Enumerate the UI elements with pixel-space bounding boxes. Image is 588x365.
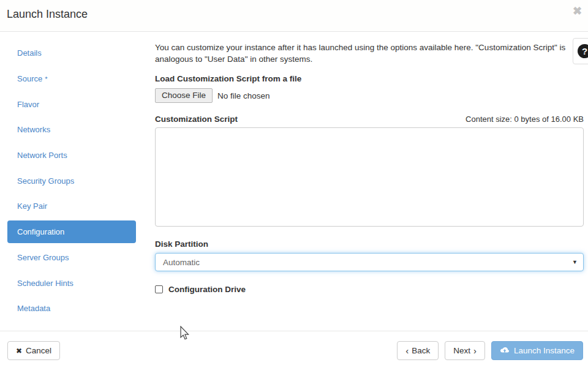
sidebar-item-scheduler-hints[interactable]: Scheduler Hints xyxy=(0,270,147,296)
file-status-text: No file chosen xyxy=(217,91,270,100)
selected-option: Automatic xyxy=(163,258,200,267)
help-text: You can customize your instance after it… xyxy=(155,42,569,65)
sidebar-item-configuration[interactable]: Configuration xyxy=(7,220,136,243)
sidebar-item-network-ports[interactable]: Network Ports xyxy=(0,143,147,168)
file-input-row: Choose File No file chosen xyxy=(155,88,584,103)
sidebar-item-metadata[interactable]: Metadata xyxy=(0,296,147,322)
sidebar-item-label: Security Groups xyxy=(17,176,74,186)
close-icon[interactable]: ✖ xyxy=(573,6,582,17)
load-script-label: Load Customization Script from a file xyxy=(155,74,584,83)
sidebar-item-label: Configuration xyxy=(17,227,64,236)
disk-partition-label: Disk Partition xyxy=(155,239,584,249)
next-label: Next xyxy=(453,346,470,355)
config-drive-row: Configuration Drive xyxy=(155,285,584,294)
launch-instance-button[interactable]: Launch Instance xyxy=(491,341,583,360)
sidebar-item-label: Details xyxy=(17,48,42,58)
caret-down-icon: ▼ xyxy=(572,259,578,265)
cancel-label: Cancel xyxy=(26,346,51,355)
modal-title: Launch Instance xyxy=(7,8,88,21)
footer-button-group: ‹ Back Next › Launch Instance xyxy=(397,341,583,360)
configuration-drive-checkbox[interactable] xyxy=(155,285,163,293)
wizard-sidebar: Details Source* Flavor Networks Network … xyxy=(0,32,147,322)
script-header-row: Customization Script Content size: 0 byt… xyxy=(155,115,584,124)
sidebar-item-details[interactable]: Details xyxy=(0,40,147,66)
chevron-right-icon: › xyxy=(473,346,477,355)
sidebar-item-label: Scheduler Hints xyxy=(17,279,74,288)
help-button[interactable]: ? xyxy=(573,38,588,64)
next-button[interactable]: Next › xyxy=(445,341,485,360)
sidebar-item-label: Flavor xyxy=(17,100,39,109)
sidebar-item-label: Network Ports xyxy=(17,151,67,160)
sidebar-item-security-groups[interactable]: Security Groups xyxy=(0,168,147,194)
back-button[interactable]: ‹ Back xyxy=(397,341,439,360)
disk-partition-select[interactable]: Automatic ▼ xyxy=(155,253,584,271)
sidebar-item-label: Key Pair xyxy=(17,201,47,211)
sidebar-item-label: Networks xyxy=(17,125,50,134)
cancel-button[interactable]: ✖ Cancel xyxy=(7,341,60,360)
x-icon: ✖ xyxy=(16,347,22,355)
configuration-drive-label: Configuration Drive xyxy=(168,285,246,294)
cloud-upload-icon xyxy=(500,347,510,355)
sidebar-item-server-groups[interactable]: Server Groups xyxy=(0,245,147,271)
question-mark-icon: ? xyxy=(578,44,588,58)
modal-footer: ✖ Cancel ‹ Back Next › Launch Instance xyxy=(0,331,588,365)
sidebar-item-networks[interactable]: Networks xyxy=(0,117,147,143)
sidebar-item-label: Server Groups xyxy=(17,253,69,262)
back-label: Back xyxy=(412,346,430,355)
choose-file-button[interactable]: Choose File xyxy=(155,88,213,103)
sidebar-item-label: Metadata xyxy=(17,304,50,313)
chevron-left-icon: ‹ xyxy=(405,346,409,355)
configuration-panel: You can customize your instance after it… xyxy=(155,32,584,294)
sidebar-item-label: Source xyxy=(17,74,42,83)
required-asterisk: * xyxy=(45,75,47,83)
sidebar-item-flavor[interactable]: Flavor xyxy=(0,91,147,117)
customization-script-textarea[interactable] xyxy=(155,127,584,227)
sidebar-item-key-pair[interactable]: Key Pair xyxy=(0,194,147,219)
modal-header: Launch Instance ✖ xyxy=(0,0,588,32)
content-size-text: Content size: 0 bytes of 16.00 KB xyxy=(466,115,584,124)
sidebar-item-source[interactable]: Source* xyxy=(0,66,147,92)
launch-instance-label: Launch Instance xyxy=(514,346,575,355)
customization-script-label: Customization Script xyxy=(155,115,238,124)
